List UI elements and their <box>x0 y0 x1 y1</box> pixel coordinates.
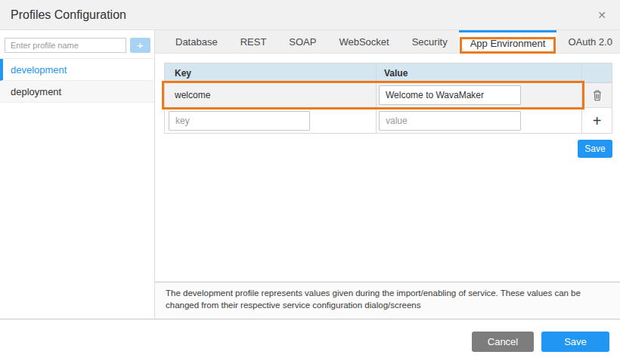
dialog-footer: Cancel Save <box>0 319 620 364</box>
tab-database[interactable]: Database <box>164 30 229 53</box>
dialog-header: Profiles Configuration ✕ <box>0 0 620 30</box>
tab-oauth[interactable]: OAuth 2.0 <box>556 30 620 53</box>
app-environment-panel: Key Value welcome <box>155 54 620 282</box>
profile-label: deployment <box>11 86 61 97</box>
new-key-input[interactable] <box>169 111 310 131</box>
table-save-button[interactable]: Save <box>578 140 612 158</box>
table-row: welcome <box>165 83 612 108</box>
tab-rest[interactable]: REST <box>229 30 278 53</box>
add-profile-row: + <box>0 30 154 58</box>
dialog-title: Profiles Configuration <box>11 8 126 22</box>
table-actions: Save <box>164 140 612 158</box>
column-header-value: Value <box>377 63 581 82</box>
save-button[interactable]: Save <box>541 332 609 352</box>
profiles-configuration-dialog: Profiles Configuration ✕ + development d… <box>0 0 620 364</box>
delete-row-button[interactable] <box>591 88 604 103</box>
profile-name-input[interactable] <box>5 38 126 53</box>
value-input[interactable] <box>379 85 521 105</box>
tab-soap[interactable]: SOAP <box>277 30 327 53</box>
sidebar-item-development[interactable]: development <box>0 59 154 81</box>
key-value-table: Key Value welcome <box>164 63 612 134</box>
add-profile-button[interactable]: + <box>130 38 150 53</box>
cancel-button[interactable]: Cancel <box>472 332 534 352</box>
trash-icon <box>592 89 603 101</box>
tab-security[interactable]: Security <box>401 30 459 53</box>
profile-list: development deployment <box>0 58 154 103</box>
plus-icon: + <box>593 114 602 128</box>
add-row-button[interactable]: + <box>591 113 603 129</box>
profile-label: development <box>11 64 67 76</box>
new-value-input[interactable] <box>379 111 521 131</box>
profile-content: Database REST SOAP WebSocket Security Ap… <box>155 30 620 319</box>
new-entry-row: + <box>165 108 612 133</box>
table-header-row: Key Value <box>165 63 612 83</box>
sidebar-item-deployment[interactable]: deployment <box>0 81 154 103</box>
column-header-actions <box>581 63 612 82</box>
close-icon[interactable]: ✕ <box>594 8 609 23</box>
column-header-key: Key <box>165 63 377 82</box>
profiles-sidebar: + development deployment <box>0 30 155 319</box>
profile-description: The development profile represents value… <box>155 282 620 319</box>
tab-websocket[interactable]: WebSocket <box>327 30 400 53</box>
service-tabs: Database REST SOAP WebSocket Security Ap… <box>155 30 620 54</box>
dialog-body: + development deployment Database REST S… <box>0 30 620 319</box>
key-cell: welcome <box>165 83 377 107</box>
tab-app-environment[interactable]: App Environment <box>459 30 557 54</box>
